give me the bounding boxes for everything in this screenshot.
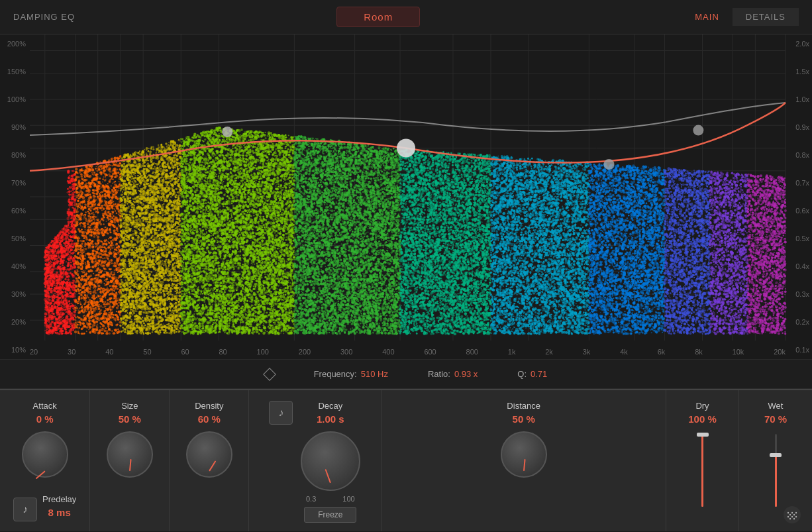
eq-curve-svg [0, 34, 812, 359]
density-group: Density 60 % [170, 390, 249, 531]
x-8k: 8k [695, 348, 703, 356]
dry-slider-thumb[interactable] [697, 433, 709, 437]
svg-point-13 [793, 518, 795, 519]
decay-max: 100 [342, 495, 354, 503]
density-knob-body[interactable] [186, 431, 232, 478]
svg-point-3 [693, 125, 703, 136]
predelay-sync-btn[interactable]: ♪ [13, 498, 37, 521]
y-label-20: 20% [4, 318, 26, 326]
decay-knob[interactable] [301, 431, 360, 491]
wet-slider[interactable] [775, 434, 777, 525]
svg-point-5 [787, 512, 789, 513]
size-label: Size [121, 401, 138, 411]
distance-value: 50 % [513, 413, 535, 425]
ratio-label: Ratio: [428, 369, 450, 379]
decay-knob-body[interactable] [301, 431, 360, 491]
tab-details[interactable]: DETAILS [733, 8, 799, 26]
x-10k: 10k [733, 348, 744, 356]
x-200: 200 [299, 348, 311, 356]
distance-knob-body[interactable] [501, 431, 547, 478]
q-label: Q: [517, 369, 527, 379]
y-label-30: 30% [4, 290, 26, 298]
distance-knob[interactable] [501, 431, 547, 478]
q-value: 0.71 [531, 369, 547, 379]
attack-knob[interactable] [22, 431, 68, 478]
preset-display[interactable]: Room [336, 7, 420, 27]
density-value: 60 % [198, 413, 221, 425]
frequency-display: Frequency: 510 Hz [314, 369, 388, 379]
freeze-button[interactable]: Freeze [304, 507, 356, 523]
distance-group: Distance 50 % [381, 390, 666, 531]
y-axis-right: 2.0x 1.5x 1.0x 0.9x 0.8x 0.7x 0.6x 0.5x … [789, 34, 812, 359]
x-600: 600 [424, 348, 436, 356]
y-label-15x: 1.5x [791, 68, 809, 76]
size-knob-body[interactable] [107, 431, 153, 478]
predelay-label: Predelay [42, 494, 76, 504]
decay-value: 1.00 s [317, 413, 344, 425]
svg-point-12 [791, 516, 793, 517]
y-label-02x: 0.2x [791, 318, 809, 326]
y-label-10: 10% [4, 346, 26, 354]
svg-point-0 [222, 127, 232, 137]
q-display: Q: 0.71 [517, 369, 547, 379]
x-3k: 3k [583, 348, 591, 356]
attack-knob-body[interactable] [22, 431, 68, 478]
y-axis-left: 200% 150% 100% 90% 80% 70% 60% 50% 40% 3… [0, 34, 30, 359]
attack-group: Attack 0 % ♪ Predelay 8 ms [0, 390, 90, 531]
y-label-07x: 0.7x [791, 179, 809, 187]
svg-point-1 [397, 139, 415, 158]
x-6k: 6k [658, 348, 666, 356]
y-label-09x: 0.9x [791, 123, 809, 131]
size-group: Size 50 % [90, 390, 170, 531]
eq-display: 200% 150% 100% 90% 80% 70% 60% 50% 40% 3… [0, 34, 812, 359]
x-20: 20 [30, 348, 38, 356]
x-60: 60 [181, 348, 189, 356]
dots-btn[interactable] [783, 505, 801, 527]
x-400: 400 [382, 348, 394, 356]
attack-label: Attack [33, 401, 57, 411]
dry-label: Dry [695, 401, 709, 411]
svg-point-9 [795, 512, 797, 513]
decay-range: 0.3 100 [306, 495, 355, 503]
tab-main[interactable]: MAIN [682, 8, 733, 26]
svg-point-6 [789, 514, 791, 515]
dry-slider[interactable] [701, 434, 703, 525]
decay-label: Decay [318, 401, 342, 411]
y-label-03x: 0.3x [791, 290, 809, 298]
y-label-1x: 1.0x [791, 95, 809, 103]
predelay-group: ♪ Predelay 8 ms [13, 485, 76, 525]
y-label-100: 100% [4, 95, 26, 103]
x-axis: 20 30 40 50 60 80 100 200 300 400 600 80… [30, 348, 786, 356]
density-knob[interactable] [186, 431, 232, 478]
x-50: 50 [143, 348, 151, 356]
density-label: Density [195, 401, 223, 411]
x-40: 40 [105, 348, 113, 356]
ratio-value: 0.93 x [454, 369, 478, 379]
dry-group: Dry 100 % [666, 390, 739, 531]
size-knob[interactable] [107, 431, 153, 478]
svg-point-2 [604, 159, 615, 170]
y-label-04x: 0.4x [791, 262, 809, 270]
dry-slider-fill [701, 434, 703, 507]
decay-group: ♪ Decay 1.00 s 0.3 100 Freeze [249, 390, 381, 531]
svg-point-8 [793, 514, 795, 515]
decay-sync-btn[interactable]: ♪ [269, 401, 293, 425]
svg-point-4 [784, 506, 801, 523]
wet-label: Wet [768, 401, 784, 411]
y-label-50: 50% [4, 235, 26, 242]
status-icon-area [265, 370, 274, 379]
predelay-info: Predelay 8 ms [42, 494, 76, 525]
y-label-40: 40% [4, 262, 26, 270]
wet-slider-track [775, 434, 777, 507]
plugin-title: DAMPING EQ [13, 12, 75, 22]
wet-slider-thumb[interactable] [770, 453, 782, 457]
y-label-08x: 0.8x [791, 151, 809, 159]
x-100: 100 [257, 348, 269, 356]
x-2k: 2k [545, 348, 553, 356]
diamond-icon [263, 368, 276, 381]
svg-point-10 [787, 516, 789, 517]
x-1k: 1k [508, 348, 516, 356]
y-label-01x: 0.1x [791, 346, 809, 354]
dry-slider-track [701, 434, 703, 507]
y-label-2x: 2.0x [791, 40, 809, 48]
